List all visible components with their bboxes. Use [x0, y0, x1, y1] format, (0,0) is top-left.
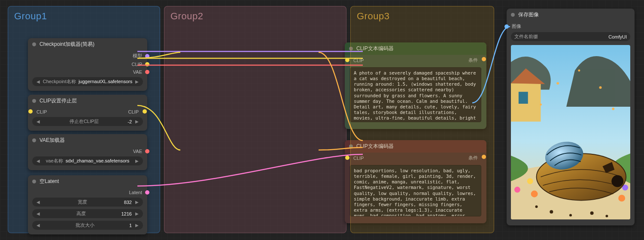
group-2[interactable]: Group2 CLIP文本编码器 CLIP 条件 A photo of a se…: [164, 6, 346, 233]
svg-point-24: [540, 104, 542, 106]
svg-point-16: [535, 205, 538, 208]
svg-point-20: [605, 215, 608, 217]
svg-point-18: [569, 214, 572, 216]
svg-point-19: [590, 211, 594, 215]
node-vae-loader[interactable]: VAE加载器 VAE ◀ vae名称 sdxl_zhamao_vae.safet…: [28, 134, 147, 170]
port-vae-out[interactable]: [145, 149, 149, 153]
port-clip-in[interactable]: [345, 156, 349, 160]
port-latent-out[interactable]: [145, 190, 149, 195]
svg-point-25: [612, 108, 614, 110]
svg-point-6: [514, 187, 520, 193]
svg-point-17: [550, 210, 553, 213]
group-1-title: Group1: [12, 8, 155, 26]
group-2-title: Group2: [169, 8, 342, 26]
node-title: VAE加载器: [39, 137, 65, 144]
port-model-out[interactable]: [145, 54, 149, 58]
node-empty-latent[interactable]: 空Latent Latent ◀宽度 832▶ ◀高度 1216▶ ◀批次大小 …: [28, 175, 147, 234]
svg-point-5: [527, 178, 533, 184]
svg-rect-3: [519, 92, 528, 104]
widget-filename-prefix[interactable]: 文件名前缀 ComfyUI: [511, 32, 630, 41]
svg-point-15: [611, 175, 623, 187]
group-3-title: Group3: [355, 8, 489, 26]
group-3[interactable]: Group3 全局输入3 输入 输入2 输入3 VAE解码 Latent 图像 …: [350, 6, 494, 233]
chevron-left-icon[interactable]: ◀: [36, 119, 41, 124]
widget-checkpoint-name[interactable]: ◀ Checkpoint名称 juggernautXL.safetensors …: [32, 77, 143, 86]
node-title: CLIP设置停止层: [39, 97, 77, 105]
svg-point-23: [599, 86, 602, 89]
node-title: 保存图像: [518, 11, 539, 18]
port-clip-in[interactable]: [28, 109, 33, 114]
port-vae-out[interactable]: [145, 70, 149, 74]
svg-point-11: [618, 195, 625, 201]
widget-vae-name[interactable]: ◀ vae名称 sdxl_zhamao_vae.safetensors ▶: [32, 156, 143, 165]
widget-width[interactable]: ◀宽度 832▶: [32, 198, 143, 207]
port-clip-out[interactable]: [143, 109, 147, 114]
chevron-right-icon[interactable]: ▶: [134, 79, 140, 84]
widget-batch[interactable]: ◀批次大小 1▶: [32, 221, 143, 230]
widget-height[interactable]: ◀高度 1216▶: [32, 209, 143, 218]
group-1[interactable]: Group1 Checkpoint加载器(简易) 模型 CLIP VAE ◀ C…: [8, 6, 160, 233]
chevron-right-icon[interactable]: ▶: [134, 159, 140, 163]
output-image-preview: [511, 45, 630, 219]
svg-point-7: [531, 191, 538, 198]
chevron-left-icon[interactable]: ◀: [36, 159, 41, 163]
svg-point-21: [556, 82, 559, 84]
node-clip-set-last-layer[interactable]: CLIP设置停止层 CLIP CLIP ◀ 停止在CLIP层 -2▶: [28, 95, 147, 131]
widget-clip-stop[interactable]: ◀ 停止在CLIP层 -2▶: [32, 117, 143, 126]
port-clip-in[interactable]: [345, 58, 349, 62]
chevron-right-icon[interactable]: ▶: [134, 119, 140, 124]
port-image-in[interactable]: [504, 24, 509, 29]
node-title: 空Latent: [39, 178, 59, 185]
node-save-image[interactable]: 保存图像 图像 文件名前缀 ComfyUI: [507, 9, 635, 225]
node-checkpoint-loader[interactable]: Checkpoint加载器(简易) 模型 CLIP VAE ◀ Checkpoi…: [28, 38, 147, 91]
svg-point-22: [578, 69, 580, 72]
port-clip-out[interactable]: [145, 62, 149, 66]
chevron-left-icon[interactable]: ◀: [36, 79, 41, 84]
node-title: Checkpoint加载器(简易): [39, 41, 94, 48]
